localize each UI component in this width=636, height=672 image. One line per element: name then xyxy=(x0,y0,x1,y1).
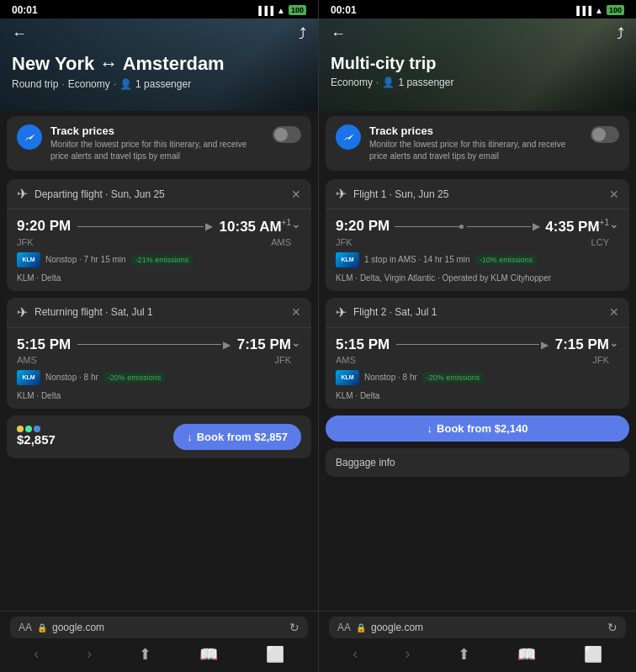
returning-expand-icon[interactable]: ⌄ xyxy=(291,336,301,348)
left-forward-nav-icon[interactable]: › xyxy=(87,645,92,664)
right-signal-icon: ▐▐▐ xyxy=(574,6,591,15)
departing-arrive-time: 10:35 AM+1 xyxy=(220,218,291,235)
flight1-emissions: -10% emissions xyxy=(475,255,538,265)
flight2-from: AMS xyxy=(336,355,356,365)
right-hero-subtitle: Economy · 👤 1 passenger xyxy=(331,77,624,88)
left-aa[interactable]: AA xyxy=(19,622,32,633)
flight1-info: KLM 1 stop in AMS · 14 hr 15 min -10% em… xyxy=(336,252,609,267)
left-browser-bar: AA 🔒 google.com ↻ ‹ › ⬆ 📖 ⬜ xyxy=(0,611,318,672)
flight2-info: KLM Nonstop · 8 hr -20% emissions xyxy=(336,370,609,385)
left-hero-content: New York ↔ Amsterdam Round trip · Econom… xyxy=(0,50,318,90)
klm-logo-f2: KLM xyxy=(336,370,359,385)
departing-close-icon[interactable]: ✕ xyxy=(291,188,301,201)
left-bookmarks-icon[interactable]: 📖 xyxy=(199,645,218,664)
right-book-section: ↓ Book from $2,140 xyxy=(326,415,629,442)
left-returning-card: ✈ Returning flight · Sat, Jul 1 ✕ 5:15 P… xyxy=(7,298,311,409)
flight2-airlines: KLM · Delta xyxy=(336,391,379,400)
left-lock-icon: 🔒 xyxy=(37,623,47,632)
right-track-toggle[interactable] xyxy=(591,126,619,143)
right-hero-title: Multi-city trip xyxy=(331,53,624,73)
flight2-expand-icon[interactable]: ⌄ xyxy=(609,336,619,348)
departing-emissions: -21% emissions xyxy=(131,255,193,265)
right-back-icon[interactable]: ← xyxy=(331,25,346,43)
departing-info: KLM Nonstop · 7 hr 15 min -21% emissions xyxy=(17,252,291,267)
left-hero-nav: ← ⤴ xyxy=(0,19,318,50)
right-track-text: Track prices Monitor the lowest price fo… xyxy=(369,124,582,162)
color-dot-2 xyxy=(25,426,32,432)
right-browser-bar: AA 🔒 google.com ↻ ‹ › ⬆ 📖 ⬜ xyxy=(319,611,636,672)
flight2-to: JFK xyxy=(592,355,609,365)
right-url-bar[interactable]: AA 🔒 google.com ↻ xyxy=(329,616,626,638)
color-dot-1 xyxy=(17,426,24,432)
departing-arrow: ▶ xyxy=(71,220,219,232)
right-track-icon xyxy=(336,124,361,150)
right-flight2-body: 5:15 PM ▶ 7:15 PM AMS JFK xyxy=(326,328,629,409)
flight1-airports: JFK LCY xyxy=(336,237,609,247)
right-refresh-icon[interactable]: ↻ xyxy=(607,621,617,634)
share-icon[interactable]: ⤴ xyxy=(299,25,306,43)
left-url: google.com xyxy=(52,622,284,633)
returning-close-icon[interactable]: ✕ xyxy=(291,305,301,319)
right-share-icon[interactable]: ⤴ xyxy=(617,25,624,43)
track-toggle[interactable] xyxy=(273,126,301,143)
left-back-nav-icon[interactable]: ‹ xyxy=(34,645,39,664)
right-tabs-icon[interactable]: ⬜ xyxy=(584,645,602,664)
right-track-card: Track prices Monitor the lowest price fo… xyxy=(326,116,629,171)
trip-type[interactable]: Round trip xyxy=(12,78,58,90)
right-cabin-class[interactable]: Economy xyxy=(331,77,373,88)
right-back-nav-icon[interactable]: ‹ xyxy=(352,645,358,664)
flight1-to: LCY xyxy=(591,237,609,247)
left-tabs-icon[interactable]: ⬜ xyxy=(266,645,284,664)
left-hero: ← ⤴ New York ↔ Amsterdam Round trip · Ec… xyxy=(0,19,318,111)
baggage-info-bar[interactable]: Baggage info xyxy=(326,448,629,477)
flight1-close-icon[interactable]: ✕ xyxy=(609,188,619,201)
right-hero-content: Multi-city trip Economy · 👤 1 passenger xyxy=(319,50,636,88)
right-track-desc: Monitor the lowest price for this itiner… xyxy=(369,139,582,162)
departing-expand-icon[interactable]: ⌄ xyxy=(291,218,301,230)
flight1-arrow: ▶ xyxy=(390,220,545,232)
back-icon[interactable]: ← xyxy=(12,25,27,43)
right-phone: 00:01 ▐▐▐ ▲ 100 ← ⤴ Multi-city trip Econ… xyxy=(318,0,636,672)
right-bookmarks-icon[interactable]: 📖 xyxy=(517,645,536,664)
left-book-button[interactable]: ↓ Book from $2,857 xyxy=(173,424,301,450)
left-hero-title: New York ↔ Amsterdam xyxy=(12,53,306,75)
flight1-from: JFK xyxy=(336,237,352,247)
left-share-nav-icon[interactable]: ⬆ xyxy=(139,645,151,664)
track-text: Track prices Monitor the lowest price fo… xyxy=(50,124,264,162)
cabin-class[interactable]: Economy xyxy=(68,78,110,90)
flight2-arrive-time: 7:15 PM xyxy=(555,336,609,353)
left-time: 00:01 xyxy=(12,4,38,16)
right-share-nav-icon[interactable]: ⬆ xyxy=(458,645,470,664)
flight2-times: 5:15 PM ▶ 7:15 PM xyxy=(336,336,609,353)
right-plane2-icon: ✈ xyxy=(336,304,347,320)
right-passenger-count[interactable]: 1 passenger xyxy=(398,77,453,88)
right-flight1-body: 9:20 PM ▶ 4:35 PM+1 JFK LCY xyxy=(326,209,629,291)
passenger-icon: 👤 xyxy=(119,78,132,90)
right-browser-nav: ‹ › ⬆ 📖 ⬜ xyxy=(329,638,626,667)
right-book-button[interactable]: ↓ Book from $2,140 xyxy=(326,415,629,442)
left-bottom-bar: $2,857 ↓ Book from $2,857 xyxy=(7,415,311,458)
flight2-close-icon[interactable]: ✕ xyxy=(609,305,619,319)
right-track-title: Track prices xyxy=(369,124,582,137)
returning-info: KLM Nonstop · 8 hr -20% emissions xyxy=(17,370,291,385)
flight1-depart-time: 9:20 PM xyxy=(336,218,390,235)
flight1-times: 9:20 PM ▶ 4:35 PM+1 xyxy=(336,218,609,235)
left-status-bar: 00:01 ▐▐▐ ▲ 100 xyxy=(0,0,318,19)
right-passenger-icon: 👤 xyxy=(382,77,395,88)
left-url-bar[interactable]: AA 🔒 google.com ↻ xyxy=(10,616,308,638)
right-forward-nav-icon[interactable]: › xyxy=(405,645,411,664)
departing-airports: JFK AMS xyxy=(17,237,291,247)
right-flight1-card: ✈ Flight 1 · Sun, Jun 25 ✕ 9:20 PM ▶ xyxy=(326,179,629,291)
left-refresh-icon[interactable]: ↻ xyxy=(289,621,299,634)
passenger-count[interactable]: 1 passenger xyxy=(135,78,191,90)
right-flight2-card: ✈ Flight 2 · Sat, Jul 1 ✕ 5:15 PM ▶ 7:15… xyxy=(326,298,629,409)
right-aa[interactable]: AA xyxy=(337,622,351,633)
returning-airports: AMS JFK xyxy=(17,355,291,365)
returning-from: AMS xyxy=(17,355,37,365)
departing-times: 9:20 PM ▶ 10:35 AM+1 xyxy=(17,218,291,235)
flight1-expand-icon[interactable]: ⌄ xyxy=(609,218,619,230)
departing-to: AMS xyxy=(271,237,291,247)
left-returning-body: 5:15 PM ▶ 7:15 PM AMS JFK xyxy=(7,328,311,409)
returning-stop: Nonstop · 8 hr xyxy=(45,373,98,382)
right-wifi-icon: ▲ xyxy=(595,6,603,15)
